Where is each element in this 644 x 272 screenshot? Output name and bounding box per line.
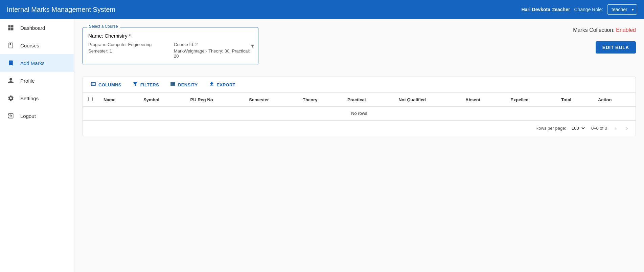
course-name-value: Chemistry * [105,33,131,39]
rows-per-page: Rows per page: 10 25 50 100 [535,125,586,132]
role-select[interactable]: teacher admin [607,4,637,15]
sidebar-label-dashboard: Dashboard [20,25,45,31]
grid-toolbar: COLUMNS FILTERS DENSITY [83,77,636,93]
sidebar-label-logout: Logout [20,113,36,119]
no-rows-row: No rows [83,107,636,120]
course-mark-weightage: MarkWeightage:- Theory: 30, Practical: 2… [174,48,253,59]
export-button[interactable]: EXPORT [207,80,237,90]
next-page-button[interactable]: › [624,124,630,132]
col-theory: Theory [297,93,342,107]
rows-per-page-label: Rows per page: [535,126,566,131]
grid-icon [7,24,15,32]
course-card-legend: Select a Course [87,24,120,29]
sidebar-item-dashboard[interactable]: Dashboard [0,19,74,37]
course-select-card: Select a Course Name: Chemistry * Progra… [83,27,258,64]
col-semester: Semester [244,93,297,107]
select-all-header [83,93,98,107]
course-semester: Semester: 1 [88,48,167,59]
app-title: Internal Marks Management System [7,6,115,14]
course-name-label: Name: [88,33,103,39]
header-user-role: :teacher [552,7,570,12]
course-details: Program: Computer Engineering Course Id:… [88,42,253,59]
col-not-qualified: Not Qualified [393,93,460,107]
marks-collection: Marks Collection: Enabled [573,27,636,33]
col-name: Name [98,93,138,107]
mark-weightage-label: MarkWeightage:- [174,48,207,54]
col-pu-reg-no: PU Reg No [185,93,244,107]
export-label: EXPORT [217,82,235,87]
filters-label: FILTERS [140,82,159,87]
sidebar-item-profile[interactable]: Profile [0,72,74,89]
marks-table: Name Symbol PU Reg No Semester Theory Pr… [83,93,636,120]
marks-collection-label: Marks Collection: [573,27,615,33]
role-select-wrapper: teacher admin [607,4,637,15]
col-practical: Practical [342,93,393,107]
prev-page-button[interactable]: ‹ [613,124,619,132]
program-label: Program: [88,42,106,47]
select-all-checkbox[interactable] [88,97,93,101]
course-program: Program: Computer Engineering [88,42,167,47]
density-button[interactable]: DENSITY [168,80,200,90]
sidebar-label-profile: Profile [20,78,35,84]
header: Internal Marks Management System Hari De… [0,0,644,19]
book-icon [7,41,15,49]
sidebar-item-courses[interactable]: Courses [0,37,74,54]
course-id-value: 2 [196,42,198,47]
density-icon [170,81,176,88]
col-action: Action [593,93,636,107]
filters-icon [132,81,138,88]
change-role-label: Change Role: [574,7,603,12]
no-rows-message: No rows [83,107,636,120]
program-value: Computer Engineering [108,42,152,47]
sidebar-label-courses: Courses [20,43,39,48]
col-total: Total [556,93,593,107]
filters-button[interactable]: FILTERS [130,80,161,90]
sidebar-label-settings: Settings [20,96,39,101]
col-absent: Absent [460,93,505,107]
layout: Dashboard Courses Add Marks Profile Sett… [0,19,644,272]
semester-label: Semester: [88,48,108,54]
columns-button[interactable]: COLUMNS [88,80,123,90]
course-name: Name: Chemistry * [88,33,253,39]
top-area: Select a Course Name: Chemistry * Progra… [83,27,636,71]
sidebar-label-add-marks: Add Marks [20,60,45,66]
course-id: Course Id: 2 [174,42,253,47]
pagination: Rows per page: 10 25 50 100 0–0 of 0 ‹ › [83,120,636,136]
export-icon [209,81,215,88]
header-right: Hari Devkota :teacher Change Role: teach… [521,4,637,15]
col-symbol: Symbol [138,93,185,107]
main-content: Select a Course Name: Chemistry * Progra… [74,19,644,272]
sidebar-item-settings[interactable]: Settings [0,89,74,107]
semester-value: 1 [110,48,112,54]
dropdown-arrow-icon[interactable]: ▾ [251,42,254,49]
data-grid: COLUMNS FILTERS DENSITY [83,77,636,136]
page-info: 0–0 of 0 [591,126,607,131]
marks-collection-status: Enabled [616,27,636,33]
gear-icon [7,94,15,102]
header-username: Hari Devkota [521,7,550,12]
rows-per-page-select[interactable]: 10 25 50 100 [569,125,586,132]
course-id-label: Course Id: [174,42,194,47]
density-label: DENSITY [178,82,198,87]
header-user: Hari Devkota :teacher [521,7,570,12]
sidebar-item-logout[interactable]: Logout [0,107,74,125]
sidebar-item-add-marks[interactable]: Add Marks [0,54,74,72]
bookmark-icon [7,59,15,67]
top-right-area: Marks Collection: Enabled EDIT BULK [573,27,636,54]
edit-bulk-button[interactable]: EDIT BULK [596,41,636,54]
columns-label: COLUMNS [98,82,121,87]
person-icon [7,77,15,85]
columns-icon [90,81,96,88]
exit-icon [7,112,15,120]
col-expelled: Expelled [505,93,556,107]
sidebar: Dashboard Courses Add Marks Profile Sett… [0,19,74,272]
